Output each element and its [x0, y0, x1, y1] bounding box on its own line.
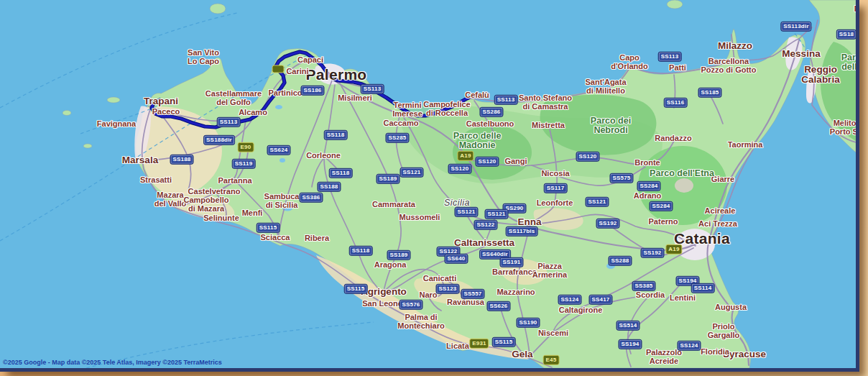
place-label-bronte: Bronte [634, 159, 660, 168]
place-label-aragona: Aragona [374, 261, 407, 270]
road-shield-ss114: SS114 [691, 283, 715, 293]
place-label-capaci: Capaci [297, 56, 323, 65]
place-label-parco-dell-a: Parcodell'A [841, 53, 859, 73]
place-label-catania: Catania [674, 231, 730, 247]
place-label-augusta: Augusta [715, 303, 747, 312]
place-label-patti: Patti [669, 64, 686, 73]
place-label-selinunte: Selinunte [203, 214, 239, 223]
place-label-sambuca-di-sicilia: Sambucadi Sicilia [264, 193, 300, 210]
road-shield-e931: E931 [469, 339, 489, 349]
place-label-menfi: Menfi [242, 209, 263, 218]
place-label-palma-di-montechiaro: Palma diMontechiaro [397, 313, 444, 331]
place-label-santo-stefano-di-camastra: Santo Stefanodi Camastra [519, 94, 572, 111]
place-label-milazzo: Milazzo [718, 41, 752, 51]
place-label-parco-delle-madonie: Parco delleMadonie [453, 132, 502, 151]
place-label-caccamo: Caccamo [384, 119, 419, 128]
road-shield-ss576: SS576 [399, 300, 423, 310]
road-shield-ss624: SS624 [267, 145, 290, 155]
road-shield-ss18: SS18 [836, 29, 857, 40]
place-label-partanna: Partanna [218, 177, 251, 185]
road-shield-ss284: SS284 [649, 201, 673, 211]
road-shield-ss626: SS626 [486, 301, 510, 311]
place-label-messina: Messina [782, 49, 820, 59]
road-shield-ss640: SS640 [444, 254, 468, 264]
road-shield-ss188: SS188 [170, 155, 193, 165]
place-label-castelvetrano: Castelvetrano [188, 188, 241, 196]
road-shield-ss115: SS115 [257, 223, 280, 233]
place-label-floridia: Floridia [701, 348, 729, 357]
road-shield-ss190: SS190 [516, 318, 540, 328]
place-label-mazara-del-vallo: Mazaradel Vallo [154, 191, 187, 208]
road-shield-ss284: SS284 [637, 181, 660, 191]
road-shield-ss188dir: SS188dir [203, 135, 235, 145]
road-shield-ss117: SS117 [544, 183, 568, 193]
place-label-caltagirone: Caltagirone [559, 306, 603, 315]
place-label-acireale: Acireale [705, 207, 736, 216]
road-shield-ss185: SS185 [698, 88, 721, 98]
road-shield-ss118: SS118 [349, 246, 373, 256]
road-shield-ss575: SS575 [609, 173, 633, 183]
place-label-mistretta: Mistretta [532, 121, 565, 130]
place-label-castellammare-del-golfo: Castellammaredel Golfo [206, 90, 262, 107]
map-labels-layer: PalermoCataniaTrapaniMarsalaMessinaMilaz… [0, 0, 856, 368]
road-shield-ss194: SS194 [618, 339, 642, 349]
road-shield-ss115: SS115 [492, 337, 516, 347]
place-label-lentini: Lentini [670, 294, 696, 303]
place-label-ravanusa: Ravanusa [447, 298, 484, 307]
road-shield-ss113dir: SS113dir [780, 22, 811, 32]
road-shield-ss119: SS119 [232, 159, 256, 169]
place-label-reggio-calabria: ReggioCalabria [801, 65, 839, 86]
place-label-alcamo: Alcamo [239, 109, 267, 117]
place-label-barrafranca: Barrafranca [492, 268, 537, 277]
place-label-campofelice-di-roccella: Campofelicedi Roccella [423, 101, 470, 118]
road-shield-ss122: SS122 [474, 220, 497, 230]
road-shield-ss186: SS186 [300, 86, 324, 96]
place-label-caltanissetta: Caltanissetta [454, 238, 514, 248]
place-label-partinico: Partinico [268, 89, 302, 98]
map-viewport[interactable]: PalermoCataniaTrapaniMarsalaMessinaMilaz… [0, 0, 859, 372]
place-label-paceco: Paceco [152, 108, 180, 116]
road-shield-ss285: SS285 [385, 133, 409, 143]
place-label-sciacca: Sciacca [261, 234, 290, 242]
road-shield-ss121: SS121 [484, 209, 508, 219]
place-label-carini: Carini [286, 68, 308, 76]
place-label-niscemi: Niscemi [538, 329, 568, 338]
place-label-gangi: Gangi [504, 157, 527, 166]
road-shield-ss557: SS557 [461, 289, 484, 299]
road-shield-ss120: SS120 [475, 157, 499, 167]
road-shield-ss118: SS118 [324, 130, 348, 140]
place-label-pal: Pal [854, 5, 859, 14]
place-label-parco-dell-etna: Parco dell'Etna [650, 169, 714, 178]
road-shield-e90: E90 [238, 142, 254, 152]
road-shield-ss385: SS385 [632, 281, 655, 291]
road-shield-a19: A19 [665, 244, 682, 255]
road-shield-ss124: SS124 [558, 295, 581, 305]
road-shield-ss189: SS189 [387, 250, 410, 260]
road-shield-ss115: SS115 [344, 284, 368, 294]
place-label-trapani: Trapani [144, 96, 178, 106]
road-shield-ss286: SS286 [479, 107, 503, 117]
place-label-scordia: Scordia [636, 291, 665, 300]
road-shield-ss288: SS288 [608, 256, 632, 266]
road-shield-ss121: SS121 [454, 207, 478, 217]
place-label-ribera: Ribera [305, 234, 329, 243]
place-label-leonforte: Leonforte [537, 199, 573, 208]
road-shield-ss116: SS116 [664, 98, 688, 108]
place-label-palazzolo-acreide: PalazzoloAcreide [646, 349, 682, 366]
place-label-gela: Gela [512, 349, 532, 359]
place-label-naro: Naro [419, 291, 437, 300]
place-label-priolo-gargallo: PrioloGargallo [708, 323, 740, 340]
road-shield-ss113: SS113 [658, 52, 682, 62]
place-label-parco-dei-nebrodi: Parco deiNebrodi [591, 116, 631, 136]
map-copyright: ©2025 Google - Map data ©2025 Tele Atlas… [3, 359, 222, 366]
place-label-randazzo: Randazzo [655, 134, 691, 143]
road-shield-ss121: SS121 [400, 168, 423, 178]
place-label-favignana: Favignana [97, 120, 136, 129]
place-label-giarre: Giarre [711, 175, 734, 184]
place-label-termini-imerese: TerminiImerese [392, 101, 423, 119]
place-label-nicosia: Nicosia [541, 170, 569, 178]
road-shield-ss417: SS417 [588, 295, 612, 305]
place-label-paterno: Paterno [649, 218, 678, 226]
road-shield-ss192: SS192 [596, 219, 619, 229]
place-label-corleone: Corleone [306, 152, 341, 160]
